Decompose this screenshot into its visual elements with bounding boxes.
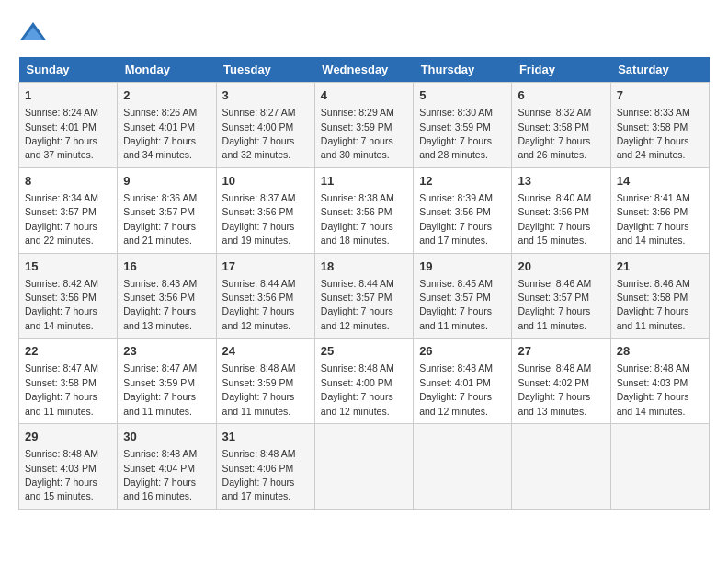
day-number: 13 bbox=[518, 173, 604, 190]
day-number: 23 bbox=[123, 343, 210, 360]
day-number: 8 bbox=[25, 173, 111, 190]
calendar-cell: 31Sunrise: 8:48 AMSunset: 4:06 PMDayligh… bbox=[216, 424, 314, 510]
calendar-week-1: 1Sunrise: 8:24 AMSunset: 4:01 PMDaylight… bbox=[19, 83, 710, 168]
day-info: Sunrise: 8:39 AMSunset: 3:56 PMDaylight:… bbox=[419, 192, 493, 246]
day-number: 6 bbox=[518, 87, 604, 104]
calendar-cell: 6Sunrise: 8:32 AMSunset: 3:58 PMDaylight… bbox=[512, 83, 610, 168]
day-info: Sunrise: 8:36 AMSunset: 3:57 PMDaylight:… bbox=[123, 192, 197, 246]
day-info: Sunrise: 8:48 AMSunset: 4:04 PMDaylight:… bbox=[123, 448, 197, 501]
day-number: 4 bbox=[321, 87, 407, 104]
calendar-cell: 15Sunrise: 8:42 AMSunset: 3:56 PMDayligh… bbox=[19, 253, 118, 339]
header-day-wednesday: Wednesday bbox=[314, 57, 413, 83]
calendar-cell: 26Sunrise: 8:48 AMSunset: 4:01 PMDayligh… bbox=[414, 339, 512, 424]
calendar-cell: 4Sunrise: 8:29 AMSunset: 3:59 PMDaylight… bbox=[314, 83, 413, 168]
day-info: Sunrise: 8:42 AMSunset: 3:56 PMDaylight:… bbox=[25, 278, 98, 331]
calendar-cell: 11Sunrise: 8:38 AMSunset: 3:56 PMDayligh… bbox=[314, 167, 413, 253]
day-info: Sunrise: 8:26 AMSunset: 4:01 PMDaylight:… bbox=[123, 107, 197, 160]
calendar-cell: 19Sunrise: 8:45 AMSunset: 3:57 PMDayligh… bbox=[414, 253, 512, 339]
day-number: 24 bbox=[222, 343, 309, 360]
day-info: Sunrise: 8:48 AMSunset: 4:06 PMDaylight:… bbox=[222, 448, 296, 501]
day-info: Sunrise: 8:46 AMSunset: 3:57 PMDaylight:… bbox=[518, 278, 591, 331]
header bbox=[18, 18, 710, 48]
day-info: Sunrise: 8:44 AMSunset: 3:56 PMDaylight:… bbox=[222, 278, 296, 331]
calendar-cell: 8Sunrise: 8:34 AMSunset: 3:57 PMDaylight… bbox=[19, 167, 118, 253]
calendar-cell: 23Sunrise: 8:47 AMSunset: 3:59 PMDayligh… bbox=[118, 339, 216, 424]
header-day-thursday: Thursday bbox=[414, 57, 512, 83]
day-number: 10 bbox=[222, 173, 309, 190]
calendar-cell: 1Sunrise: 8:24 AMSunset: 4:01 PMDaylight… bbox=[19, 83, 118, 168]
day-number: 28 bbox=[617, 343, 703, 360]
calendar-week-2: 8Sunrise: 8:34 AMSunset: 3:57 PMDaylight… bbox=[19, 167, 710, 253]
day-number: 22 bbox=[25, 343, 111, 360]
calendar-cell: 3Sunrise: 8:27 AMSunset: 4:00 PMDaylight… bbox=[216, 83, 314, 168]
calendar-table: SundayMondayTuesdayWednesdayThursdayFrid… bbox=[18, 57, 710, 510]
day-info: Sunrise: 8:47 AMSunset: 3:59 PMDaylight:… bbox=[123, 362, 197, 416]
header-day-tuesday: Tuesday bbox=[216, 57, 314, 83]
day-info: Sunrise: 8:33 AMSunset: 3:58 PMDaylight:… bbox=[617, 107, 690, 160]
day-number: 15 bbox=[25, 259, 111, 275]
day-info: Sunrise: 8:48 AMSunset: 4:02 PMDaylight:… bbox=[518, 362, 591, 416]
day-number: 26 bbox=[419, 343, 506, 360]
day-info: Sunrise: 8:48 AMSunset: 3:59 PMDaylight:… bbox=[222, 362, 296, 416]
calendar-week-3: 15Sunrise: 8:42 AMSunset: 3:56 PMDayligh… bbox=[19, 253, 710, 339]
day-number: 25 bbox=[321, 343, 407, 360]
calendar-cell: 10Sunrise: 8:37 AMSunset: 3:56 PMDayligh… bbox=[216, 167, 314, 253]
day-number: 12 bbox=[419, 173, 506, 190]
day-info: Sunrise: 8:46 AMSunset: 3:58 PMDaylight:… bbox=[617, 278, 690, 331]
day-number: 17 bbox=[222, 259, 309, 275]
calendar-cell: 22Sunrise: 8:47 AMSunset: 3:58 PMDayligh… bbox=[19, 339, 118, 424]
calendar-cell: 2Sunrise: 8:26 AMSunset: 4:01 PMDaylight… bbox=[118, 83, 216, 168]
day-number: 29 bbox=[25, 429, 111, 445]
calendar-cell: 16Sunrise: 8:43 AMSunset: 3:56 PMDayligh… bbox=[118, 253, 216, 339]
calendar-cell bbox=[610, 424, 709, 510]
day-info: Sunrise: 8:48 AMSunset: 4:03 PMDaylight:… bbox=[617, 362, 690, 416]
calendar-cell: 21Sunrise: 8:46 AMSunset: 3:58 PMDayligh… bbox=[610, 253, 709, 339]
header-row: SundayMondayTuesdayWednesdayThursdayFrid… bbox=[19, 57, 710, 83]
day-number: 16 bbox=[123, 259, 210, 275]
day-info: Sunrise: 8:38 AMSunset: 3:56 PMDaylight:… bbox=[321, 192, 394, 246]
logo bbox=[18, 18, 51, 48]
header-day-sunday: Sunday bbox=[19, 57, 118, 83]
day-info: Sunrise: 8:41 AMSunset: 3:56 PMDaylight:… bbox=[617, 192, 690, 246]
calendar-cell: 7Sunrise: 8:33 AMSunset: 3:58 PMDaylight… bbox=[610, 83, 709, 168]
day-info: Sunrise: 8:48 AMSunset: 4:00 PMDaylight:… bbox=[321, 362, 394, 416]
calendar-cell: 5Sunrise: 8:30 AMSunset: 3:59 PMDaylight… bbox=[414, 83, 512, 168]
calendar-cell: 27Sunrise: 8:48 AMSunset: 4:02 PMDayligh… bbox=[512, 339, 610, 424]
header-day-friday: Friday bbox=[512, 57, 610, 83]
day-number: 9 bbox=[123, 173, 210, 190]
day-number: 30 bbox=[123, 429, 210, 445]
calendar-cell: 28Sunrise: 8:48 AMSunset: 4:03 PMDayligh… bbox=[610, 339, 709, 424]
day-number: 1 bbox=[25, 87, 111, 104]
day-number: 2 bbox=[123, 87, 210, 104]
day-info: Sunrise: 8:24 AMSunset: 4:01 PMDaylight:… bbox=[25, 107, 98, 160]
calendar-cell: 24Sunrise: 8:48 AMSunset: 3:59 PMDayligh… bbox=[216, 339, 314, 424]
calendar-cell: 30Sunrise: 8:48 AMSunset: 4:04 PMDayligh… bbox=[118, 424, 216, 510]
header-day-monday: Monday bbox=[118, 57, 216, 83]
calendar-cell bbox=[314, 424, 413, 510]
day-number: 3 bbox=[222, 87, 309, 104]
calendar-cell: 9Sunrise: 8:36 AMSunset: 3:57 PMDaylight… bbox=[118, 167, 216, 253]
calendar-week-4: 22Sunrise: 8:47 AMSunset: 3:58 PMDayligh… bbox=[19, 339, 710, 424]
calendar-cell: 20Sunrise: 8:46 AMSunset: 3:57 PMDayligh… bbox=[512, 253, 610, 339]
day-info: Sunrise: 8:30 AMSunset: 3:59 PMDaylight:… bbox=[419, 107, 493, 160]
day-number: 31 bbox=[222, 429, 309, 445]
day-info: Sunrise: 8:48 AMSunset: 4:03 PMDaylight:… bbox=[25, 448, 98, 501]
day-info: Sunrise: 8:45 AMSunset: 3:57 PMDaylight:… bbox=[419, 278, 493, 331]
day-info: Sunrise: 8:37 AMSunset: 3:56 PMDaylight:… bbox=[222, 192, 296, 246]
day-info: Sunrise: 8:27 AMSunset: 4:00 PMDaylight:… bbox=[222, 107, 296, 160]
day-number: 19 bbox=[419, 259, 506, 275]
calendar-cell: 29Sunrise: 8:48 AMSunset: 4:03 PMDayligh… bbox=[19, 424, 118, 510]
day-number: 7 bbox=[617, 87, 703, 104]
day-info: Sunrise: 8:40 AMSunset: 3:56 PMDaylight:… bbox=[518, 192, 591, 246]
day-info: Sunrise: 8:47 AMSunset: 3:58 PMDaylight:… bbox=[25, 362, 98, 416]
day-info: Sunrise: 8:44 AMSunset: 3:57 PMDaylight:… bbox=[321, 278, 394, 331]
day-info: Sunrise: 8:29 AMSunset: 3:59 PMDaylight:… bbox=[321, 107, 394, 160]
day-number: 18 bbox=[321, 259, 407, 275]
day-info: Sunrise: 8:48 AMSunset: 4:01 PMDaylight:… bbox=[419, 362, 493, 416]
calendar-week-5: 29Sunrise: 8:48 AMSunset: 4:03 PMDayligh… bbox=[19, 424, 710, 510]
day-number: 27 bbox=[518, 343, 604, 360]
calendar-cell: 17Sunrise: 8:44 AMSunset: 3:56 PMDayligh… bbox=[216, 253, 314, 339]
day-number: 11 bbox=[321, 173, 407, 190]
day-number: 14 bbox=[617, 173, 703, 190]
logo-icon bbox=[18, 18, 48, 48]
